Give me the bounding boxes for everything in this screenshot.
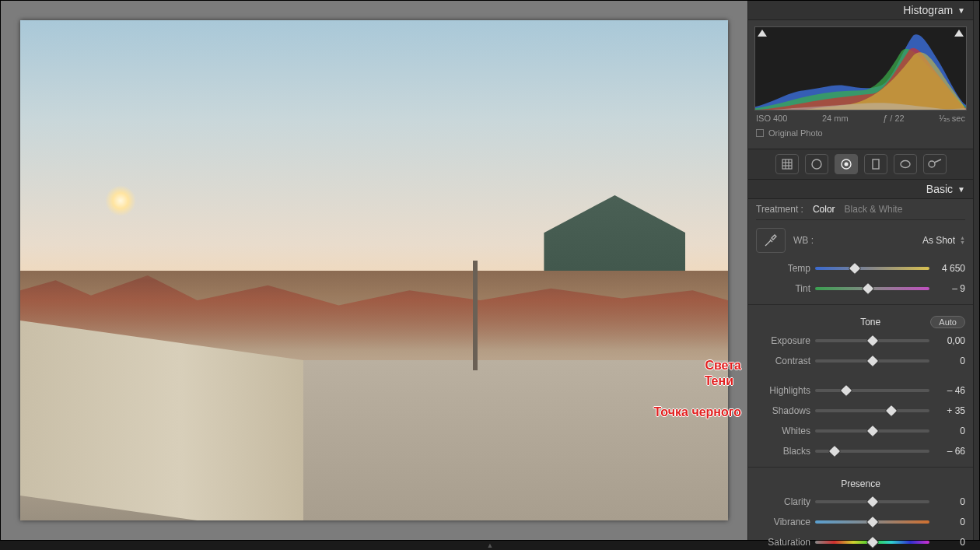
whites-value[interactable]: 0 <box>934 426 965 436</box>
vibrance-row: Vibrance 0 <box>756 514 965 530</box>
auto-button[interactable]: Auto <box>930 316 965 328</box>
basic-title: Basic <box>926 183 953 195</box>
tint-row: Tint – 9 <box>756 281 965 296</box>
basic-header[interactable]: Basic ▼ <box>748 180 973 199</box>
saturation-value[interactable]: 0 <box>934 537 965 548</box>
treatment-row: Treatment : Color Black & White <box>756 199 965 220</box>
svg-point-9 <box>901 161 910 168</box>
original-photo-toggle[interactable]: Original Photo <box>754 127 967 142</box>
chevron-down-icon: ▼ <box>957 6 965 15</box>
treatment-color[interactable]: Color <box>813 204 835 215</box>
checkbox-icon <box>756 129 764 137</box>
blacks-label: Blacks <box>756 446 810 457</box>
meta-shutter: ¹⁄₂₅ sec <box>939 114 965 124</box>
annotation-blackpoint: Точка черного <box>654 405 741 419</box>
treatment-bw[interactable]: Black & White <box>845 204 903 215</box>
svg-rect-8 <box>873 159 879 169</box>
main-photo <box>20 20 728 520</box>
shadows-row: Shadows + 35 <box>756 403 965 419</box>
whites-slider[interactable] <box>815 426 929 436</box>
svg-point-7 <box>844 163 848 166</box>
blacks-row: Blacks – 66 <box>756 443 965 459</box>
presence-subhead: Presence <box>756 475 965 489</box>
blacks-value[interactable]: – 66 <box>934 446 965 457</box>
svg-line-11 <box>934 159 941 163</box>
crop-tool[interactable] <box>775 154 799 174</box>
basic-section: Treatment : Color Black & White WB : As … <box>748 199 973 550</box>
whites-label: Whites <box>756 426 810 436</box>
clarity-value[interactable]: 0 <box>934 496 965 507</box>
wb-label: WB : <box>793 235 814 246</box>
brush-tool[interactable] <box>923 154 947 174</box>
treatment-label: Treatment : <box>756 204 803 215</box>
tool-strip <box>748 149 973 180</box>
temp-slider[interactable] <box>815 264 929 273</box>
saturation-label: Saturation <box>756 537 810 548</box>
clarity-row: Clarity 0 <box>756 494 965 510</box>
temp-value[interactable]: 4 650 <box>934 263 965 274</box>
wb-row: WB : As Shot ▲▼ <box>756 225 965 256</box>
tint-value[interactable]: – 9 <box>934 283 965 294</box>
vibrance-label: Vibrance <box>756 517 810 527</box>
meta-focal: 24 mm <box>822 114 849 124</box>
annotation-shadows: Тени <box>705 374 733 388</box>
shadows-slider[interactable] <box>815 406 929 415</box>
highlights-row: Highlights – 46 <box>756 383 965 398</box>
svg-point-5 <box>812 159 821 169</box>
shadows-value[interactable]: + 35 <box>934 405 965 416</box>
svg-rect-0 <box>782 159 792 169</box>
clarity-slider[interactable] <box>815 497 929 506</box>
exposure-label: Exposure <box>756 335 810 346</box>
histogram-title: Histogram <box>903 4 953 16</box>
image-viewer[interactable]: Света Тени Точка черного <box>1 1 747 540</box>
annotation-lights: Света <box>705 359 741 373</box>
tone-label: Tone <box>810 317 930 328</box>
saturation-slider[interactable] <box>815 538 929 547</box>
eyedropper-tool[interactable] <box>756 228 786 253</box>
histogram-header[interactable]: Histogram ▼ <box>748 1 973 20</box>
histogram-canvas[interactable] <box>754 26 967 110</box>
histogram-section: ISO 400 24 mm ƒ / 22 ¹⁄₂₅ sec Original P… <box>748 20 973 149</box>
svg-point-10 <box>929 161 935 167</box>
panel-scrollbar[interactable] <box>973 1 979 540</box>
tone-subhead: Tone Auto <box>756 313 965 328</box>
histogram-svg <box>755 27 966 110</box>
spot-tool[interactable] <box>805 154 828 174</box>
exposure-slider[interactable] <box>815 336 929 345</box>
vibrance-slider[interactable] <box>815 517 929 527</box>
exposure-row: Exposure 0,00 <box>756 333 965 349</box>
grad-tool[interactable] <box>864 154 887 174</box>
wb-value: As Shot <box>922 235 955 246</box>
temp-row: Temp 4 650 <box>756 261 965 276</box>
contrast-slider[interactable] <box>815 356 929 366</box>
saturation-row: Saturation 0 <box>756 534 965 550</box>
vibrance-value[interactable]: 0 <box>934 517 965 527</box>
develop-panel: Histogram ▼ ISO 400 24 mm ƒ / 22 ¹⁄₂₅ s <box>747 1 973 540</box>
contrast-row: Contrast 0 <box>756 353 965 369</box>
app-root: Света Тени Точка черного Histogram ▼ <box>0 0 980 541</box>
radial-tool[interactable] <box>894 154 917 174</box>
original-photo-label: Original Photo <box>768 128 823 138</box>
contrast-label: Contrast <box>756 356 810 366</box>
exposure-value[interactable]: 0,00 <box>934 335 965 346</box>
meta-iso: ISO 400 <box>756 114 787 124</box>
blacks-slider[interactable] <box>815 447 929 456</box>
chevron-down-icon: ▼ <box>957 185 965 194</box>
tint-slider[interactable] <box>815 284 929 293</box>
highlights-value[interactable]: – 46 <box>934 385 965 396</box>
redeye-tool[interactable] <box>835 154 858 174</box>
updown-icon: ▲▼ <box>960 236 965 245</box>
contrast-value[interactable]: 0 <box>934 356 965 366</box>
clarity-label: Clarity <box>756 496 810 507</box>
tint-label: Tint <box>756 283 810 294</box>
highlights-label: Highlights <box>756 385 810 396</box>
meta-aperture: ƒ / 22 <box>883 114 905 124</box>
histogram-meta: ISO 400 24 mm ƒ / 22 ¹⁄₂₅ sec <box>754 110 967 127</box>
whites-row: Whites 0 <box>756 423 965 439</box>
wb-dropdown[interactable]: As Shot ▲▼ <box>922 235 965 246</box>
presence-label: Presence <box>841 478 880 489</box>
highlights-slider[interactable] <box>815 386 929 395</box>
shadows-label: Shadows <box>756 405 810 416</box>
temp-label: Temp <box>756 263 810 274</box>
